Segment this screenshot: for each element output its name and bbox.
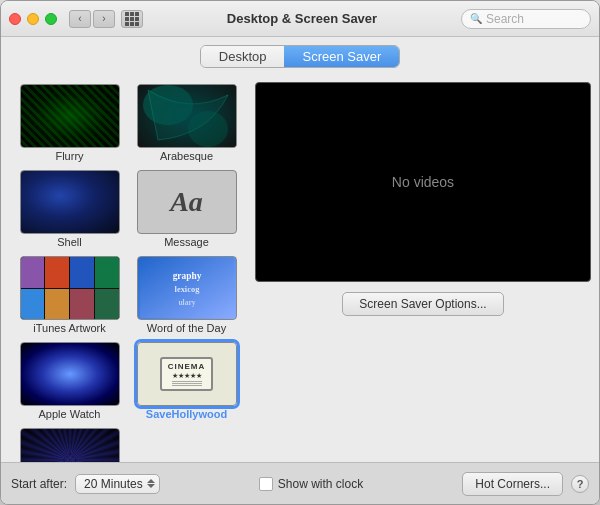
saver-list[interactable]: Flurry Arabesque (9, 78, 247, 462)
saver-label-wod: Word of the Day (147, 322, 226, 334)
saver-grid: Flurry Arabesque (13, 82, 243, 462)
saver-thumb-arabesque (137, 84, 237, 148)
saver-thumb-message: Aa (137, 170, 237, 234)
saver-label-itunes: iTunes Artwork (33, 322, 105, 334)
saver-label-apple-watch: Apple Watch (39, 408, 101, 420)
tab-desktop[interactable]: Desktop (201, 46, 285, 67)
album-art-7 (70, 289, 94, 320)
saver-item-arabesque[interactable]: Arabesque (130, 82, 243, 164)
svg-text:graphy: graphy (172, 271, 201, 281)
start-after-label: Start after: (11, 477, 67, 491)
saver-label-savehollywood: SaveHollywood (146, 408, 227, 420)
forward-button[interactable]: › (93, 10, 115, 28)
arabesque-svg (138, 85, 237, 148)
saver-item-savehollywood[interactable]: CINEMA ★★★★★ SaveHollywood (130, 340, 243, 422)
album-art-1 (21, 257, 45, 288)
search-bar[interactable]: 🔍 Search (461, 9, 591, 29)
saver-label-shell: Shell (57, 236, 81, 248)
tab-group: Desktop Screen Saver (200, 45, 400, 68)
album-art-5 (21, 289, 45, 320)
saver-thumb-savehollywood: CINEMA ★★★★★ (137, 342, 237, 406)
saver-item-itunes[interactable]: iTunes Artwork (13, 254, 126, 336)
cinema-stars: ★★★★★ (172, 372, 202, 380)
svg-point-2 (188, 111, 228, 147)
tab-screen-saver[interactable]: Screen Saver (284, 46, 399, 67)
saver-item-shell[interactable]: Shell (13, 168, 126, 250)
saver-thumb-flurry (20, 84, 120, 148)
preview-screen: No videos (255, 82, 591, 282)
dropdown-arrow-icon (147, 479, 155, 488)
start-after-value: 20 Minutes (84, 477, 143, 491)
saver-label-message: Message (164, 236, 209, 248)
maximize-button[interactable] (45, 13, 57, 25)
svg-point-1 (143, 85, 193, 125)
bottom-bar: Start after: 20 Minutes Show with clock … (1, 462, 599, 504)
saver-thumb-shell (20, 170, 120, 234)
album-art-3 (70, 257, 94, 288)
svg-text:lexicog: lexicog (174, 284, 200, 294)
back-button[interactable]: ‹ (69, 10, 91, 28)
saver-thumb-apple-watch (20, 342, 120, 406)
search-placeholder: Search (486, 12, 524, 26)
show-with-clock-checkbox[interactable] (259, 477, 273, 491)
cinema-title-text: CINEMA (168, 362, 206, 371)
show-with-clock-group: Show with clock (259, 477, 363, 491)
saver-thumb-itunes (20, 256, 120, 320)
help-button[interactable]: ? (571, 475, 589, 493)
saver-item-wod[interactable]: graphy lexicog ulary Word of the Day (130, 254, 243, 336)
wod-svg: graphy lexicog ulary (140, 256, 234, 320)
cinema-lines (172, 381, 202, 386)
message-icon: Aa (170, 186, 203, 218)
saver-item-random[interactable]: Random (13, 426, 126, 462)
hot-corners-button[interactable]: Hot Corners... (462, 472, 563, 496)
tabbar: Desktop Screen Saver (1, 37, 599, 74)
album-art-8 (95, 289, 119, 320)
album-art-4 (95, 257, 119, 288)
saver-label-arabesque: Arabesque (160, 150, 213, 162)
grid-icon (125, 12, 139, 26)
search-icon: 🔍 (470, 13, 482, 24)
saver-thumb-wod: graphy lexicog ulary (137, 256, 237, 320)
main-content: Flurry Arabesque (1, 74, 599, 462)
minimize-button[interactable] (27, 13, 39, 25)
nav-buttons: ‹ › (69, 10, 115, 28)
saver-item-flurry[interactable]: Flurry (13, 82, 126, 164)
preview-panel: No videos Screen Saver Options... (255, 78, 591, 462)
svg-text:ulary: ulary (178, 298, 195, 307)
saver-thumb-random (20, 428, 120, 462)
grid-button[interactable] (121, 10, 143, 28)
window-title: Desktop & Screen Saver (143, 11, 461, 26)
cinema-ticket: CINEMA ★★★★★ (160, 357, 214, 391)
close-button[interactable] (9, 13, 21, 25)
titlebar: ‹ › Desktop & Screen Saver 🔍 Search (1, 1, 599, 37)
traffic-lights (9, 13, 57, 25)
album-art-6 (45, 289, 69, 320)
no-videos-text: No videos (392, 174, 454, 190)
saver-item-message[interactable]: Aa Message (130, 168, 243, 250)
saver-item-apple-watch[interactable]: Apple Watch (13, 340, 126, 422)
saver-label-flurry: Flurry (55, 150, 83, 162)
window: ‹ › Desktop & Screen Saver 🔍 Search Desk… (0, 0, 600, 505)
screen-saver-options-button[interactable]: Screen Saver Options... (342, 292, 503, 316)
svg-rect-0 (138, 85, 237, 148)
show-with-clock-label: Show with clock (278, 477, 363, 491)
album-art-2 (45, 257, 69, 288)
start-after-dropdown[interactable]: 20 Minutes (75, 474, 160, 494)
